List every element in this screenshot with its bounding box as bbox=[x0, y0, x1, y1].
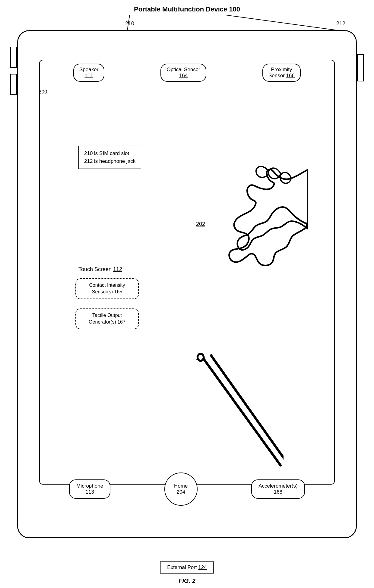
speaker-box: Speaker 111 bbox=[73, 64, 104, 82]
label-200: 200 bbox=[39, 89, 47, 95]
microphone-number: 113 bbox=[86, 489, 94, 495]
slot-210-label: 210 bbox=[118, 19, 142, 27]
external-port: External Port 124 bbox=[160, 561, 214, 574]
main-container: Portable Multifunction Device 100 210 21… bbox=[0, 0, 374, 588]
speaker-number: 111 bbox=[85, 73, 93, 78]
home-button[interactable]: Home 204 bbox=[164, 473, 198, 506]
page-title: Portable Multifunction Device 100 bbox=[134, 5, 240, 13]
contact-intensity-number: 165 bbox=[114, 289, 122, 294]
annotation-line1: 210 is SIM card slot bbox=[84, 150, 129, 156]
home-label: Home bbox=[174, 483, 188, 489]
accelerometer-label: Accelerometer(s) bbox=[258, 483, 297, 489]
touch-screen-number: 112 bbox=[113, 266, 122, 272]
tactile-output-box: Tactile OutputGenerator(s) 167 bbox=[75, 308, 139, 329]
side-button-right[interactable] bbox=[357, 54, 364, 81]
title-text: Portable Multifunction Device 100 bbox=[134, 5, 240, 13]
microphone-label: Microphone bbox=[76, 483, 103, 489]
device-body: Speaker 111 Optical Sensor 164 Proximity… bbox=[17, 30, 357, 538]
optical-sensor-box: Optical Sensor 164 bbox=[160, 64, 206, 82]
touch-screen-label: Touch Screen 112 bbox=[78, 266, 122, 273]
home-number: 204 bbox=[177, 489, 185, 495]
proximity-label: ProximitySensor 166 bbox=[268, 67, 295, 78]
side-button-left-top[interactable] bbox=[10, 47, 17, 68]
label-202: 202 bbox=[196, 221, 205, 227]
slot-212-label: 212 bbox=[332, 19, 350, 27]
optical-label: Optical Sensor bbox=[166, 67, 200, 72]
annotation-box: 210 is SIM card slot 212 is headphone ja… bbox=[78, 146, 141, 169]
sensors-row: Speaker 111 Optical Sensor 164 Proximity… bbox=[45, 64, 329, 82]
svg-line-1 bbox=[226, 15, 336, 30]
figure-caption: FIG. 2 bbox=[179, 577, 195, 584]
bottom-row: Microphone 113 Home 204 Accelerometer(s)… bbox=[42, 473, 332, 506]
side-button-left-mid[interactable] bbox=[10, 74, 17, 95]
contact-intensity-box: Contact IntensitySensor(s) 165 bbox=[75, 278, 139, 299]
accelerometer-number: 168 bbox=[274, 489, 282, 495]
microphone-box: Microphone 113 bbox=[69, 479, 110, 499]
optical-number: 164 bbox=[179, 73, 188, 78]
external-port-number: 124 bbox=[198, 564, 207, 570]
label-203: 203 bbox=[196, 355, 205, 362]
tactile-output-number: 167 bbox=[117, 319, 125, 324]
speaker-label: Speaker bbox=[79, 67, 98, 72]
accelerometer-box: Accelerometer(s) 168 bbox=[251, 479, 305, 499]
annotation-line2: 212 is headphone jack bbox=[84, 158, 135, 164]
proximity-number: 166 bbox=[286, 73, 295, 78]
proximity-sensor-box: ProximitySensor 166 bbox=[262, 64, 301, 82]
